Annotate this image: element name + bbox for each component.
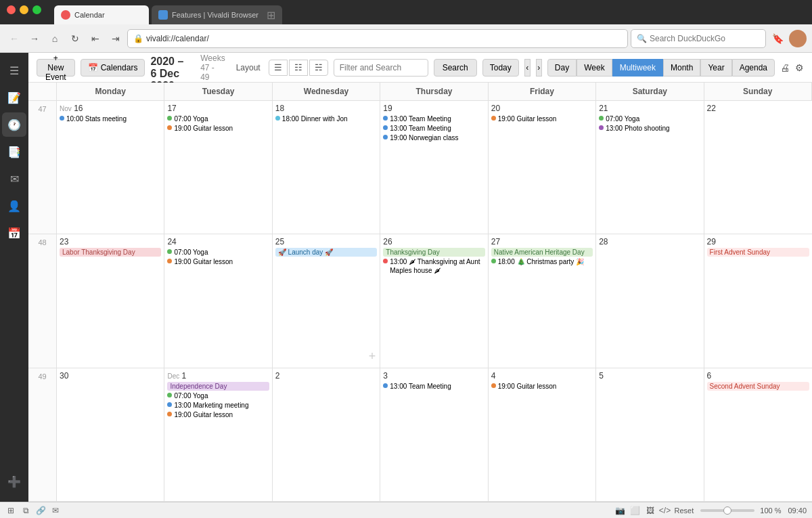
event-team2[interactable]: 13:00 Team Meeting bbox=[383, 124, 484, 133]
allday-thanksgiving-labor[interactable]: Labor Thanksgiving Day bbox=[60, 248, 161, 257]
home-button[interactable]: ⌂ bbox=[46, 30, 64, 47]
status-icon-panels[interactable]: ⊞ bbox=[5, 505, 16, 516]
cal-cell-nov22[interactable]: 22 bbox=[704, 101, 812, 234]
allday-first-advent[interactable]: First Advent Sunday bbox=[707, 248, 809, 257]
event-christmas[interactable]: 18:00 🎄 Christmas party 🎉 bbox=[491, 257, 593, 266]
prev-button[interactable]: ‹ bbox=[524, 59, 531, 77]
event-statsmeeting[interactable]: 10:00 Stats meeting bbox=[60, 114, 161, 123]
cal-cell-nov25[interactable]: 25 🚀 Launch day 🚀 + bbox=[273, 234, 380, 367]
search-box[interactable]: 🔍 bbox=[631, 29, 766, 48]
skip-back-button[interactable]: ⇤ bbox=[87, 30, 104, 47]
today-nav-button[interactable]: Today bbox=[482, 59, 519, 77]
sidebar-item-calendar[interactable]: 📅 bbox=[2, 221, 26, 245]
status-icon-link[interactable]: 🔗 bbox=[35, 505, 46, 516]
event-dinner[interactable]: 18:00 Dinner with Jon bbox=[275, 114, 377, 123]
cal-cell-nov29[interactable]: 29 First Advent Sunday bbox=[704, 234, 812, 367]
reload-button[interactable]: ↻ bbox=[66, 30, 84, 47]
bookmark-icon[interactable]: 🔖 bbox=[769, 30, 786, 47]
cal-cell-nov24[interactable]: 24 07:00 Yoga 19:00 Guitar lesson bbox=[164, 234, 272, 367]
cal-cell-nov28[interactable]: 28 bbox=[596, 234, 704, 367]
cal-cell-nov19[interactable]: 19 13:00 Team Meeting 13:00 Team Meeting bbox=[380, 101, 488, 234]
view-month[interactable]: Month bbox=[663, 59, 700, 77]
event-yoga-21[interactable]: 07:00 Yoga bbox=[599, 114, 700, 123]
close-button[interactable] bbox=[7, 5, 16, 14]
search-input[interactable] bbox=[650, 34, 760, 43]
status-icon-tile[interactable]: ⧉ bbox=[20, 505, 31, 516]
forward-button[interactable]: → bbox=[26, 30, 43, 47]
event-yoga-17[interactable]: 07:00 Yoga bbox=[167, 114, 269, 123]
event-marketing[interactable]: 13:00 Marketing meeting bbox=[167, 401, 269, 410]
cal-cell-dec3[interactable]: 3 13:00 Team Meeting bbox=[380, 368, 488, 501]
skip-forward-button[interactable]: ⇥ bbox=[107, 30, 125, 47]
allday-second-advent[interactable]: Second Advent Sunday bbox=[707, 382, 809, 391]
event-yoga-dec1[interactable]: 07:00 Yoga bbox=[167, 391, 269, 400]
allday-native-american[interactable]: Native American Heritage Day bbox=[491, 248, 593, 257]
cal-cell-dec5[interactable]: 5 bbox=[596, 368, 704, 501]
calendars-button[interactable]: 📅 Calendars bbox=[81, 59, 145, 77]
allday-launch[interactable]: 🚀 Launch day 🚀 bbox=[275, 248, 377, 257]
event-guitar-17[interactable]: 19:00 Guitar lesson bbox=[167, 124, 269, 133]
sidebar-item-add[interactable]: ➕ bbox=[2, 469, 26, 494]
cal-cell-nov21[interactable]: 21 07:00 Yoga 13:00 Photo shooting bbox=[596, 101, 704, 234]
next-button[interactable]: › bbox=[536, 59, 542, 77]
event-norwegian[interactable]: 19:00 Norwegian class bbox=[383, 133, 484, 142]
address-bar[interactable]: 🔒 vivaldi://calendar/ bbox=[127, 29, 628, 48]
cal-cell-dec6[interactable]: 6 Second Advent Sunday bbox=[704, 368, 812, 501]
user-avatar[interactable] bbox=[789, 30, 807, 47]
sidebar-item-history[interactable]: 🕐 bbox=[2, 112, 26, 137]
view-agenda[interactable]: Agenda bbox=[732, 59, 775, 77]
status-icon-image[interactable]: 🖼 bbox=[645, 505, 656, 516]
plus-button-25[interactable]: + bbox=[369, 349, 376, 364]
event-guitar-dec4[interactable]: 19:00 Guitar lesson bbox=[491, 382, 593, 391]
event-guitar-20[interactable]: 19:00 Guitar lesson bbox=[491, 114, 593, 123]
event-guitar-dec1[interactable]: 19:00 Guitar lesson bbox=[167, 410, 269, 419]
cal-cell-nov18[interactable]: 18 18:00 Dinner with Jon bbox=[273, 101, 380, 234]
event-guitar-24[interactable]: 19:00 Guitar lesson bbox=[167, 257, 269, 266]
event-team-dec3[interactable]: 13:00 Team Meeting bbox=[383, 382, 484, 391]
view-year[interactable]: Year bbox=[700, 59, 731, 77]
add-tab-icon[interactable]: ⊞ bbox=[267, 9, 275, 22]
event-photo[interactable]: 13:00 Photo shooting bbox=[599, 124, 700, 133]
sidebar-item-mail[interactable]: ✉ bbox=[2, 167, 26, 191]
cal-cell-nov20[interactable]: 20 19:00 Guitar lesson bbox=[489, 101, 596, 234]
new-event-button[interactable]: + New Event bbox=[37, 59, 75, 77]
zoom-slider[interactable] bbox=[700, 509, 754, 512]
status-icon-mail[interactable]: ✉ bbox=[50, 505, 61, 516]
maximize-button[interactable] bbox=[32, 5, 41, 14]
cal-cell-dec2[interactable]: 2 bbox=[273, 368, 380, 501]
event-yoga-24[interactable]: 07:00 Yoga bbox=[167, 248, 269, 257]
cal-cell-nov17[interactable]: 17 07:00 Yoga 19:00 Guitar lesson bbox=[164, 101, 272, 234]
cal-cell-nov30[interactable]: 30 bbox=[57, 368, 164, 501]
settings-icon[interactable]: ⚙ bbox=[795, 59, 804, 77]
back-button[interactable]: ← bbox=[5, 30, 23, 47]
layout-grid-icon[interactable]: ☷ bbox=[289, 60, 308, 76]
view-week[interactable]: Week bbox=[577, 59, 612, 77]
minimize-button[interactable] bbox=[20, 5, 28, 14]
search-button[interactable]: Search bbox=[434, 59, 477, 77]
sidebar-item-contacts[interactable]: 👤 bbox=[2, 194, 26, 218]
event-team1[interactable]: 13:00 Team Meeting bbox=[383, 114, 484, 123]
tab-features[interactable]: Features | Vivaldi Browser ⊞ bbox=[152, 5, 282, 24]
cal-cell-dec1[interactable]: Dec 1 Independence Day 07:00 Yoga 13:00 … bbox=[164, 368, 272, 501]
tab-calendar[interactable]: Calendar bbox=[54, 5, 149, 24]
layout-list-icon[interactable]: ☰ bbox=[269, 60, 288, 76]
print-icon[interactable]: 🖨 bbox=[780, 59, 790, 77]
reset-button[interactable]: Reset bbox=[675, 506, 694, 515]
event-thanksgiving-dinner[interactable]: 13:00 🌶 Thanksgiving at Aunt Maples hous… bbox=[383, 257, 484, 275]
sidebar-item-bookmarks[interactable]: 📑 bbox=[2, 139, 26, 164]
layout-table-icon[interactable]: ☵ bbox=[309, 60, 328, 76]
sidebar-item-panels[interactable]: ☰ bbox=[2, 58, 26, 83]
cal-cell-nov26[interactable]: 26 Thanksgiving Day 13:00 🌶 Thanksgiving… bbox=[380, 234, 488, 367]
cal-cell-nov23[interactable]: 23 Labor Thanksgiving Day bbox=[57, 234, 164, 367]
filter-input[interactable] bbox=[334, 59, 428, 77]
sidebar-item-notes[interactable]: 📝 bbox=[2, 85, 26, 110]
allday-independence[interactable]: Independence Day bbox=[167, 382, 269, 391]
status-icon-window[interactable]: ⬜ bbox=[630, 505, 641, 516]
view-day[interactable]: Day bbox=[547, 59, 577, 77]
cal-cell-dec4[interactable]: 4 19:00 Guitar lesson bbox=[489, 368, 596, 501]
view-multiweek[interactable]: Multiweek bbox=[612, 59, 663, 77]
cal-cell-nov27[interactable]: 27 Native American Heritage Day 18:00 🎄 … bbox=[489, 234, 596, 367]
allday-thanksgiving[interactable]: Thanksgiving Day bbox=[383, 248, 484, 257]
cal-cell-nov16[interactable]: Nov 16 10:00 Stats meeting bbox=[57, 101, 164, 234]
status-icon-code[interactable]: </> bbox=[660, 505, 671, 516]
